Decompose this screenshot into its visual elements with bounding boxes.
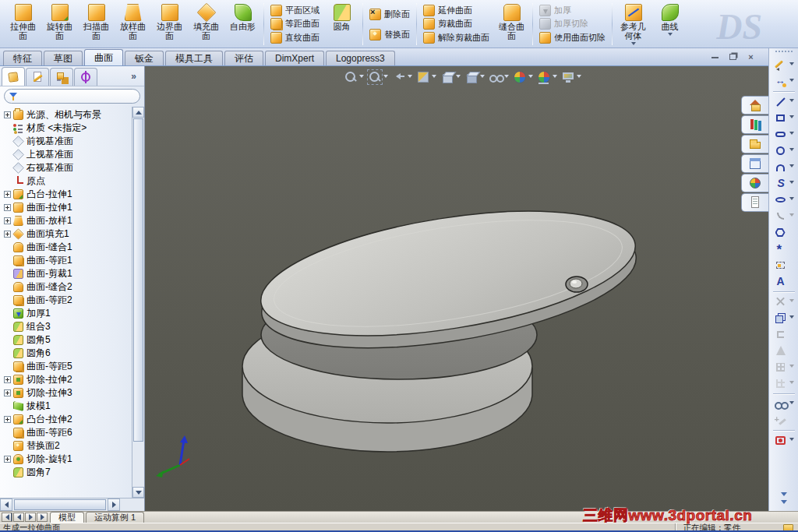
expand-toggle-icon[interactable] [4, 191, 11, 198]
feature-tree-item[interactable]: 右视基准面 [0, 161, 132, 174]
expand-toggle-icon[interactable] [4, 376, 11, 383]
ribbon-small-button[interactable]: 加厚切除 [535, 17, 609, 30]
sketch-tool-button[interactable] [769, 294, 798, 310]
view-tool-button[interactable] [464, 69, 485, 85]
dropdown-arrow-icon[interactable] [789, 197, 794, 203]
toolbar-drag-handle[interactable] [775, 51, 793, 55]
scroll-thumb[interactable] [133, 118, 143, 442]
go-first-button[interactable] [2, 513, 12, 522]
ribbon-button[interactable]: 旋转曲面 [41, 2, 78, 47]
sketch-tool-button[interactable] [769, 257, 798, 273]
command-tab[interactable]: 草图 [44, 51, 83, 65]
expand-toggle-icon[interactable] [4, 231, 11, 238]
feature-tree-item[interactable]: 原点 [0, 174, 132, 188]
view-tool-button[interactable] [343, 69, 364, 85]
feature-tree-item[interactable]: 拔模1 [0, 400, 132, 413]
feature-tree-item[interactable]: 上视基准面 [0, 148, 132, 161]
document-mode-tab[interactable]: 运动算例 1 [86, 512, 144, 523]
minimize-button[interactable] [708, 51, 722, 62]
ribbon-small-button[interactable]: 加厚 [535, 4, 609, 17]
dropdown-arrow-icon[interactable] [432, 75, 436, 80]
dropdown-arrow-icon[interactable] [553, 75, 557, 80]
ribbon-small-button[interactable]: 删除面 [365, 7, 414, 21]
view-tool-button[interactable] [440, 69, 461, 85]
view-tool-button[interactable] [536, 69, 557, 85]
dropdown-arrow-icon[interactable] [789, 79, 794, 84]
sketch-tool-button[interactable] [769, 359, 798, 375]
feature-tree-item[interactable]: 曲面-等距2 [0, 294, 132, 307]
view-tool-button[interactable] [560, 69, 581, 85]
manager-tab[interactable] [50, 68, 73, 86]
dropdown-arrow-icon[interactable] [383, 75, 388, 80]
dropdown-arrow-icon[interactable] [668, 33, 673, 38]
ribbon-button[interactable]: 填充曲面 [188, 2, 224, 47]
button-boss[interactable] [566, 277, 588, 292]
sketch-tool-button[interactable] [769, 57, 798, 73]
feature-tree-item[interactable]: 前视基准面 [0, 135, 132, 148]
command-tab[interactable]: 评估 [224, 51, 263, 65]
task-pane-tab[interactable] [741, 154, 768, 173]
view-tool-button[interactable] [488, 69, 509, 85]
knit-surface-button[interactable]: 缝合曲面 [493, 2, 530, 47]
graphics-viewport[interactable] [145, 66, 768, 511]
document-mode-tab[interactable]: 模型 [50, 512, 84, 523]
task-pane-tab[interactable] [741, 193, 768, 212]
dropdown-arrow-icon[interactable] [789, 148, 794, 153]
scroll-left-button[interactable] [0, 499, 12, 511]
sketch-tool-button[interactable] [769, 73, 798, 90]
sketch-tool-button[interactable] [769, 432, 798, 449]
feature-tree-item[interactable]: 凸台-拉伸2 [0, 413, 132, 426]
feature-tree-item[interactable]: 圆角7 [0, 466, 132, 479]
dropdown-arrow-icon[interactable] [789, 181, 794, 186]
dropdown-arrow-icon[interactable] [789, 365, 794, 370]
feature-tree-item[interactable]: 加厚1 [0, 307, 132, 320]
sketch-tool-button[interactable] [769, 192, 798, 208]
dropdown-arrow-icon[interactable] [480, 75, 485, 80]
sketch-tool-button[interactable] [769, 110, 798, 126]
dropdown-arrow-icon[interactable] [456, 75, 461, 80]
task-pane-tab[interactable] [741, 135, 768, 153]
dropdown-arrow-icon[interactable] [789, 213, 794, 219]
ribbon-button[interactable]: 放样曲面 [115, 2, 151, 47]
sketch-tool-button[interactable] [769, 143, 798, 159]
feature-tree-filter[interactable] [4, 89, 140, 104]
expand-toggle-icon[interactable] [4, 217, 11, 224]
feature-tree-item[interactable]: 曲面-等距6 [0, 426, 132, 439]
ribbon-button[interactable]: 边界曲面 [151, 2, 188, 47]
ribbon-small-button[interactable]: 使用曲面切除 [535, 31, 609, 44]
view-tool-button[interactable] [512, 69, 533, 85]
sketch-tool-button[interactable] [769, 412, 798, 428]
view-tool-button[interactable] [415, 69, 436, 85]
feature-tree-item[interactable]: 凸台-拉伸1 [0, 188, 132, 201]
panel-overflow-chevron-icon[interactable]: » [131, 71, 136, 82]
feature-tree-item[interactable]: 切除-旋转1 [0, 453, 132, 466]
sketch-tool-button[interactable] [769, 396, 798, 412]
feature-tree-item[interactable]: 曲面-拉伸1 [0, 201, 132, 214]
feature-tree-item[interactable]: 组合3 [0, 320, 132, 333]
ribbon-button[interactable]: 拉伸曲面 [5, 2, 41, 47]
sketch-tool-button[interactable] [769, 343, 798, 359]
fillet-button[interactable]: 圆角 [323, 2, 360, 47]
sketch-tool-button[interactable] [769, 241, 798, 257]
scroll-right-button[interactable] [108, 499, 120, 511]
feature-tree-item[interactable]: 切除-拉伸3 [0, 386, 132, 400]
dropdown-arrow-icon[interactable] [504, 75, 509, 80]
feature-tree-item[interactable]: 圆角5 [0, 333, 132, 347]
dropdown-arrow-icon[interactable] [359, 75, 364, 80]
command-tab[interactable]: 特征 [3, 51, 42, 65]
dropdown-arrow-icon[interactable] [789, 132, 794, 137]
feature-tree-item[interactable]: 曲面-等距5 [0, 360, 132, 373]
dropdown-arrow-icon[interactable] [789, 99, 794, 104]
view-tool-button[interactable] [367, 69, 388, 85]
scroll-up-button[interactable] [132, 107, 144, 118]
expand-toggle-icon[interactable] [4, 204, 11, 211]
task-pane-tab[interactable] [741, 96, 768, 115]
expand-toggle-icon[interactable] [4, 389, 11, 396]
sketch-tool-button[interactable] [769, 126, 798, 143]
sketch-tool-button[interactable] [769, 175, 798, 192]
ribbon-small-button[interactable]: 直纹曲面 [267, 31, 323, 44]
scroll-thumb[interactable] [14, 499, 106, 510]
tree-horizontal-scrollbar[interactable] [0, 498, 144, 511]
dropdown-arrow-icon[interactable] [528, 75, 533, 80]
ribbon-small-button[interactable]: 平面区域 [267, 4, 323, 17]
